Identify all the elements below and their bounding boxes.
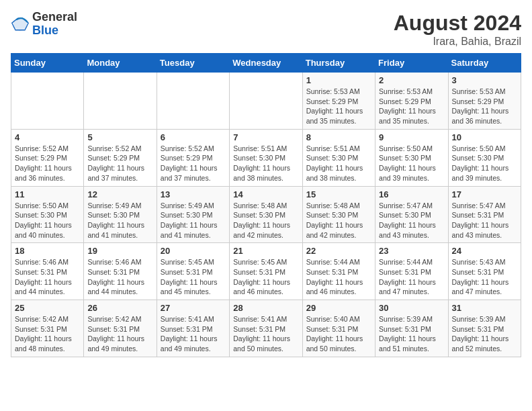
- weekday-header-thursday: Thursday: [302, 54, 375, 73]
- day-number: 22: [306, 246, 371, 256]
- day-number: 24: [452, 246, 517, 256]
- day-info: Sunrise: 5:53 AM Sunset: 5:29 PM Dayligh…: [306, 87, 371, 126]
- day-info: Sunrise: 5:53 AM Sunset: 5:29 PM Dayligh…: [452, 87, 517, 126]
- calendar-cell: 18Sunrise: 5:46 AM Sunset: 5:31 PM Dayli…: [11, 243, 84, 300]
- calendar-cell: 17Sunrise: 5:47 AM Sunset: 5:31 PM Dayli…: [448, 186, 521, 243]
- calendar-cell: 16Sunrise: 5:47 AM Sunset: 5:30 PM Dayli…: [375, 186, 448, 243]
- day-number: 4: [15, 132, 80, 142]
- calendar-cell: 4Sunrise: 5:52 AM Sunset: 5:29 PM Daylig…: [11, 129, 84, 186]
- day-number: 18: [15, 246, 80, 256]
- day-info: Sunrise: 5:45 AM Sunset: 5:31 PM Dayligh…: [233, 257, 298, 297]
- calendar-week-5: 25Sunrise: 5:42 AM Sunset: 5:31 PM Dayli…: [11, 300, 521, 357]
- day-number: 29: [306, 303, 371, 313]
- day-info: Sunrise: 5:49 AM Sunset: 5:30 PM Dayligh…: [161, 201, 226, 240]
- calendar-cell: 26Sunrise: 5:42 AM Sunset: 5:31 PM Dayli…: [84, 300, 157, 357]
- day-number: 16: [379, 189, 444, 199]
- calendar-cell: 13Sunrise: 5:49 AM Sunset: 5:30 PM Dayli…: [157, 186, 229, 243]
- day-info: Sunrise: 5:48 AM Sunset: 5:30 PM Dayligh…: [233, 201, 298, 240]
- day-info: Sunrise: 5:44 AM Sunset: 5:31 PM Dayligh…: [379, 257, 444, 297]
- calendar-cell: [230, 73, 302, 130]
- calendar-cell: 21Sunrise: 5:45 AM Sunset: 5:31 PM Dayli…: [230, 243, 302, 300]
- day-info: Sunrise: 5:52 AM Sunset: 5:29 PM Dayligh…: [15, 144, 80, 183]
- calendar-cell: 7Sunrise: 5:51 AM Sunset: 5:30 PM Daylig…: [230, 129, 302, 186]
- weekday-header-wednesday: Wednesday: [230, 54, 302, 73]
- calendar-cell: 9Sunrise: 5:50 AM Sunset: 5:30 PM Daylig…: [375, 129, 448, 186]
- calendar-cell: 14Sunrise: 5:48 AM Sunset: 5:30 PM Dayli…: [230, 186, 302, 243]
- calendar-cell: 25Sunrise: 5:42 AM Sunset: 5:31 PM Dayli…: [11, 300, 84, 357]
- calendar-cell: 31Sunrise: 5:39 AM Sunset: 5:31 PM Dayli…: [448, 300, 521, 357]
- calendar-table: SundayMondayTuesdayWednesdayThursdayFrid…: [11, 53, 521, 357]
- calendar-cell: 20Sunrise: 5:45 AM Sunset: 5:31 PM Dayli…: [157, 243, 229, 300]
- weekday-header-tuesday: Tuesday: [157, 54, 229, 73]
- day-info: Sunrise: 5:39 AM Sunset: 5:31 PM Dayligh…: [379, 314, 444, 354]
- calendar-cell: 24Sunrise: 5:43 AM Sunset: 5:31 PM Dayli…: [448, 243, 521, 300]
- day-info: Sunrise: 5:50 AM Sunset: 5:30 PM Dayligh…: [379, 144, 444, 183]
- day-number: 12: [87, 189, 152, 199]
- day-number: 9: [379, 132, 444, 142]
- day-info: Sunrise: 5:45 AM Sunset: 5:31 PM Dayligh…: [161, 257, 226, 297]
- day-info: Sunrise: 5:47 AM Sunset: 5:31 PM Dayligh…: [452, 201, 517, 240]
- day-number: 3: [452, 75, 517, 85]
- weekday-header-friday: Friday: [375, 54, 448, 73]
- day-number: 2: [379, 75, 444, 85]
- day-number: 17: [452, 189, 517, 199]
- weekday-header-sunday: Sunday: [11, 54, 84, 73]
- title-block: August 2024 Irara, Bahia, Brazil: [394, 11, 521, 48]
- day-number: 21: [233, 246, 298, 256]
- day-info: Sunrise: 5:41 AM Sunset: 5:31 PM Dayligh…: [233, 314, 298, 354]
- calendar-cell: 19Sunrise: 5:46 AM Sunset: 5:31 PM Dayli…: [84, 243, 157, 300]
- day-info: Sunrise: 5:39 AM Sunset: 5:31 PM Dayligh…: [452, 314, 517, 354]
- day-number: 13: [161, 189, 226, 199]
- calendar-cell: 27Sunrise: 5:41 AM Sunset: 5:31 PM Dayli…: [157, 300, 229, 357]
- day-info: Sunrise: 5:51 AM Sunset: 5:30 PM Dayligh…: [233, 144, 298, 183]
- day-info: Sunrise: 5:46 AM Sunset: 5:31 PM Dayligh…: [15, 257, 80, 297]
- calendar-cell: 5Sunrise: 5:52 AM Sunset: 5:29 PM Daylig…: [84, 129, 157, 186]
- calendar-cell: 22Sunrise: 5:44 AM Sunset: 5:31 PM Dayli…: [302, 243, 375, 300]
- calendar-cell: 8Sunrise: 5:51 AM Sunset: 5:30 PM Daylig…: [302, 129, 375, 186]
- day-number: 11: [15, 189, 80, 199]
- logo-text: General Blue: [32, 11, 77, 38]
- day-info: Sunrise: 5:50 AM Sunset: 5:30 PM Dayligh…: [15, 201, 80, 240]
- calendar-cell: 28Sunrise: 5:41 AM Sunset: 5:31 PM Dayli…: [230, 300, 302, 357]
- day-number: 7: [233, 132, 298, 142]
- day-info: Sunrise: 5:47 AM Sunset: 5:30 PM Dayligh…: [379, 201, 444, 240]
- day-info: Sunrise: 5:52 AM Sunset: 5:29 PM Dayligh…: [161, 144, 226, 183]
- location: Irara, Bahia, Brazil: [394, 36, 521, 48]
- weekday-header-saturday: Saturday: [448, 54, 521, 73]
- calendar-cell: 10Sunrise: 5:50 AM Sunset: 5:30 PM Dayli…: [448, 129, 521, 186]
- day-info: Sunrise: 5:48 AM Sunset: 5:30 PM Dayligh…: [306, 201, 371, 240]
- day-info: Sunrise: 5:46 AM Sunset: 5:31 PM Dayligh…: [87, 257, 152, 297]
- day-info: Sunrise: 5:53 AM Sunset: 5:29 PM Dayligh…: [379, 87, 444, 126]
- calendar-week-2: 4Sunrise: 5:52 AM Sunset: 5:29 PM Daylig…: [11, 129, 521, 186]
- day-number: 5: [87, 132, 152, 142]
- day-number: 25: [15, 303, 80, 313]
- calendar-cell: [157, 73, 229, 130]
- day-number: 30: [379, 303, 444, 313]
- day-info: Sunrise: 5:52 AM Sunset: 5:29 PM Dayligh…: [87, 144, 152, 183]
- day-info: Sunrise: 5:41 AM Sunset: 5:31 PM Dayligh…: [161, 314, 226, 354]
- day-number: 8: [306, 132, 371, 142]
- day-number: 1: [306, 75, 371, 85]
- day-number: 28: [233, 303, 298, 313]
- day-number: 14: [233, 189, 298, 199]
- day-number: 6: [161, 132, 226, 142]
- day-number: 20: [161, 246, 226, 256]
- weekday-header-row: SundayMondayTuesdayWednesdayThursdayFrid…: [11, 54, 521, 73]
- day-number: 15: [306, 189, 371, 199]
- calendar-cell: 1Sunrise: 5:53 AM Sunset: 5:29 PM Daylig…: [302, 73, 375, 130]
- calendar-cell: 3Sunrise: 5:53 AM Sunset: 5:29 PM Daylig…: [448, 73, 521, 130]
- day-number: 26: [87, 303, 152, 313]
- month-year: August 2024: [394, 11, 521, 36]
- day-info: Sunrise: 5:44 AM Sunset: 5:31 PM Dayligh…: [306, 257, 371, 297]
- calendar-cell: 15Sunrise: 5:48 AM Sunset: 5:30 PM Dayli…: [302, 186, 375, 243]
- page-header: General Blue August 2024 Irara, Bahia, B…: [11, 11, 521, 48]
- calendar-cell: [11, 73, 84, 130]
- day-info: Sunrise: 5:50 AM Sunset: 5:30 PM Dayligh…: [452, 144, 517, 183]
- day-info: Sunrise: 5:51 AM Sunset: 5:30 PM Dayligh…: [306, 144, 371, 183]
- calendar-cell: 11Sunrise: 5:50 AM Sunset: 5:30 PM Dayli…: [11, 186, 84, 243]
- weekday-header-monday: Monday: [84, 54, 157, 73]
- day-info: Sunrise: 5:42 AM Sunset: 5:31 PM Dayligh…: [87, 314, 152, 354]
- day-info: Sunrise: 5:43 AM Sunset: 5:31 PM Dayligh…: [452, 257, 517, 297]
- calendar-cell: 30Sunrise: 5:39 AM Sunset: 5:31 PM Dayli…: [375, 300, 448, 357]
- day-number: 23: [379, 246, 444, 256]
